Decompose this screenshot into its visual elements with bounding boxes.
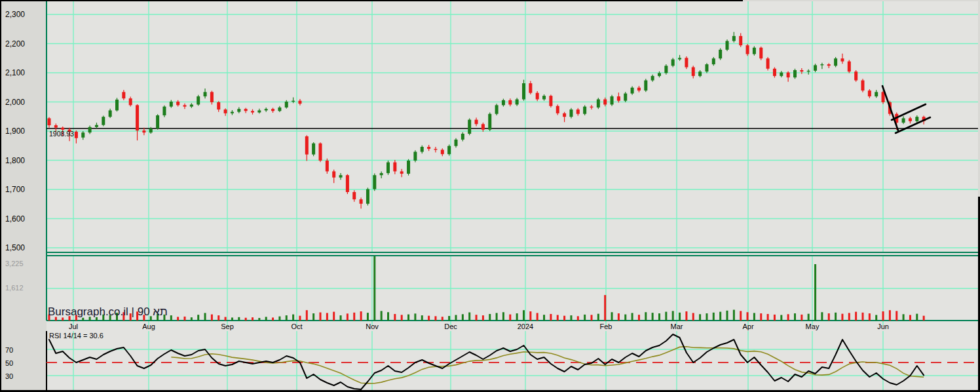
price-tick-label: 1,900 (5, 127, 25, 136)
price-tick-label: 2,000 (5, 98, 25, 107)
price-tick-label: 2,100 (5, 68, 25, 77)
chart-window: 2,3002,2002,1002,0001,9001,8001,7001,600… (0, 0, 980, 392)
month-label-jun: Jun (869, 322, 897, 331)
rsi-tick-label: 50 (5, 359, 13, 368)
price-tick-label: 1,800 (5, 156, 25, 165)
price-tick-label: 2,200 (5, 39, 25, 49)
month-label-oct: Oct (282, 322, 311, 331)
month-label-sep: Sep (213, 322, 242, 331)
price-tick-label: 1,500 (5, 243, 25, 252)
month-label-aug: Aug (134, 322, 163, 331)
month-label-dec: Dec (436, 322, 465, 331)
month-label-nov: Nov (358, 322, 386, 331)
month-label-2024: 2024 (511, 322, 540, 331)
month-label-apr: Apr (734, 322, 763, 331)
month-label-may: May (798, 322, 827, 331)
price-tick-label: 2,300 (5, 10, 25, 19)
rsi-tick-label: 30 (5, 372, 13, 381)
month-label-feb: Feb (592, 322, 620, 331)
month-label-mar: Mar (662, 322, 691, 331)
rsi-tick-label: 70 (5, 345, 13, 355)
volume-tick-label: 1,612 (5, 283, 24, 292)
price-tick-label: 1,700 (5, 185, 25, 194)
watermark-brand-label: Bursagraph.co.il | 90 תא (48, 305, 168, 319)
reference-price-label: 1908.93 (49, 130, 74, 138)
rsi-indicator-label: RSI 14/14 = 30.6 (49, 332, 104, 340)
volume-tick-label: 3,225 (5, 259, 24, 268)
month-label-jul: Jul (59, 322, 88, 331)
candlestick-chart-canvas[interactable] (0, 0, 980, 392)
price-tick-label: 1,600 (5, 214, 25, 224)
